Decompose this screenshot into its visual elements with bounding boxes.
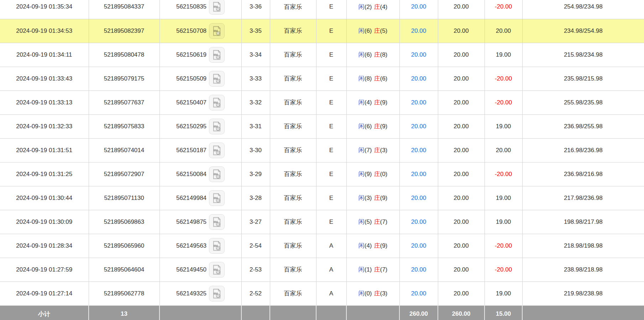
cell-table-code: E [316, 114, 346, 138]
bet-record-row[interactable]: 2024-09-19 01:33:13 521895077637 5621504… [0, 91, 644, 114]
bet-record-row[interactable]: 2024-09-19 01:30:09 521895069863 5621498… [0, 210, 644, 234]
cell-bet-amount-link[interactable]: 20.00 [399, 258, 438, 282]
cell-table-code: E [316, 186, 346, 210]
video-record-icon [212, 1, 221, 12]
video-replay-button[interactable] [209, 166, 225, 182]
cell-table-round: 2-54 [241, 234, 270, 258]
cell-result: 闲(5)庄(7) [346, 210, 399, 234]
cell-game-type: 百家乐 [270, 0, 316, 19]
subtotal-row: 小计 13 260.00 260.00 15.00 [0, 305, 644, 320]
cell-result: 闲(7)庄(3) [346, 138, 399, 162]
cell-table-round: 3-34 [241, 43, 270, 67]
bet-record-row[interactable]: 2024-09-19 01:27:59 521895064604 5621494… [0, 258, 644, 282]
cell-balance: 217.98/236.98 [522, 186, 644, 210]
video-record-icon [212, 145, 221, 156]
bet-record-row[interactable]: 2024-09-19 01:28:34 521895065960 5621495… [0, 234, 644, 258]
player-points: (9) [365, 171, 372, 177]
subtotal-record-count: 13 [89, 305, 159, 320]
bet-record-row[interactable]: 2024-09-19 01:33:43 521895079175 5621505… [0, 67, 644, 91]
banker-label: 庄 [374, 171, 380, 177]
cell-win-loss: -20.00 [485, 162, 522, 186]
banker-points: (9) [380, 195, 388, 201]
bet-record-row[interactable]: 2024-09-19 01:34:53 521895082397 5621507… [0, 19, 644, 43]
video-replay-button[interactable] [209, 286, 225, 301]
cell-bet-amount-link[interactable]: 20.00 [399, 114, 438, 138]
cell-balance: 255.98/235.98 [522, 91, 644, 114]
cell-bet-amount-link[interactable]: 20.00 [399, 19, 438, 43]
bet-record-row[interactable]: 2024-09-19 01:31:51 521895074014 5621501… [0, 138, 644, 162]
cell-valid-amount: 20.00 [438, 234, 485, 258]
cell-valid-amount: 20.00 [438, 258, 485, 282]
cell-bet-time: 2024-09-19 01:34:53 [0, 19, 89, 43]
subtotal-bet-total: 260.00 [399, 305, 438, 320]
cell-bet-amount-link[interactable]: 20.00 [399, 0, 438, 19]
bet-records-table: 2024-09-19 01:35:34 521895084337 5621508… [0, 0, 644, 320]
cell-table-code: A [316, 282, 346, 305]
cell-win-loss: 19.00 [485, 114, 522, 138]
cell-valid-amount: 20.00 [438, 138, 485, 162]
bet-record-row[interactable]: 2024-09-19 01:34:11 521895080478 5621506… [0, 43, 644, 67]
cell-bet-amount-link[interactable]: 20.00 [399, 67, 438, 91]
cell-win-loss: 19.00 [485, 43, 522, 67]
video-replay-button[interactable] [209, 47, 225, 63]
cell-balance: 215.98/234.98 [522, 43, 644, 67]
round-id-text: 562149875 [176, 218, 206, 226]
video-record-icon [212, 121, 221, 132]
video-replay-button[interactable] [209, 214, 225, 230]
bet-record-row[interactable]: 2024-09-19 01:35:34 521895084337 5621508… [0, 0, 644, 19]
cell-bet-amount-link[interactable]: 20.00 [399, 91, 438, 114]
player-points: (6) [365, 123, 372, 130]
banker-label: 庄 [374, 266, 380, 273]
player-points: (4) [365, 99, 372, 106]
video-replay-button[interactable] [209, 143, 225, 158]
video-replay-button[interactable] [209, 262, 225, 278]
cell-bet-amount-link[interactable]: 20.00 [399, 162, 438, 186]
cell-table-round: 2-53 [241, 258, 270, 282]
cell-bet-amount-link[interactable]: 20.00 [399, 138, 438, 162]
bet-record-row[interactable]: 2024-09-19 01:30:44 521895071130 5621499… [0, 186, 644, 210]
cell-valid-amount: 20.00 [438, 210, 485, 234]
banker-points: (3) [380, 147, 388, 154]
cell-bet-amount-link[interactable]: 20.00 [399, 210, 438, 234]
player-points: (7) [365, 147, 372, 154]
cell-bet-amount-link[interactable]: 20.00 [399, 186, 438, 210]
cell-bet-id: 521895080478 [89, 43, 159, 67]
video-replay-button[interactable] [209, 71, 225, 87]
video-record-icon [212, 193, 221, 203]
video-replay-button[interactable] [209, 0, 225, 15]
cell-bet-time: 2024-09-19 01:31:25 [0, 162, 89, 186]
banker-label: 庄 [374, 75, 380, 82]
video-replay-button[interactable] [209, 119, 225, 134]
cell-result: 闲(1)庄(7) [346, 258, 399, 282]
cell-bet-amount-link[interactable]: 20.00 [399, 43, 438, 67]
video-replay-button[interactable] [209, 190, 225, 206]
player-label: 闲 [358, 242, 365, 249]
cell-bet-amount-link[interactable]: 20.00 [399, 234, 438, 258]
rows-container: 2024-09-19 01:35:34 521895084337 5621508… [0, 0, 644, 305]
bet-record-row[interactable]: 2024-09-19 01:31:25 521895072907 5621500… [0, 162, 644, 186]
player-label: 闲 [358, 51, 365, 58]
cell-balance: 254.98/234.98 [522, 0, 644, 19]
cell-table-round: 3-31 [241, 114, 270, 138]
bet-record-row[interactable]: 2024-09-19 01:27:14 521895062778 5621493… [0, 282, 644, 305]
banker-points: (9) [380, 242, 388, 249]
cell-win-loss: -20.00 [485, 258, 522, 282]
cell-valid-amount: 20.00 [438, 162, 485, 186]
cell-valid-amount: 20.00 [438, 186, 485, 210]
video-replay-button[interactable] [209, 238, 225, 254]
cell-bet-amount-link[interactable]: 20.00 [399, 282, 438, 305]
banker-label: 庄 [374, 27, 380, 34]
video-record-icon [212, 241, 221, 251]
cell-valid-amount: 20.00 [438, 282, 485, 305]
cell-table-code: A [316, 234, 346, 258]
cell-table-round: 3-27 [241, 210, 270, 234]
cell-bet-time: 2024-09-19 01:32:33 [0, 114, 89, 138]
cell-game-type: 百家乐 [270, 114, 316, 138]
bet-record-row[interactable]: 2024-09-19 01:32:33 521895075833 5621502… [0, 114, 644, 138]
cell-bet-id: 521895072907 [89, 162, 159, 186]
video-replay-button[interactable] [209, 23, 225, 39]
banker-label: 庄 [374, 218, 380, 225]
subtotal-valid-total: 260.00 [438, 305, 485, 320]
cell-table-code: E [316, 0, 346, 19]
video-replay-button[interactable] [209, 95, 225, 110]
